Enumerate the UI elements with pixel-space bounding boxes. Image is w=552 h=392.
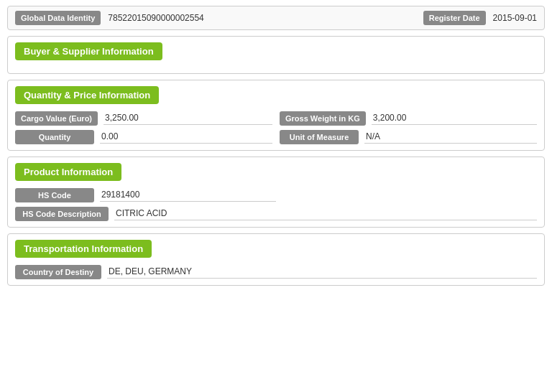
hs-code-desc-label: HS Code Description <box>15 207 109 221</box>
gross-weight-value: 3,200.00 <box>372 113 537 125</box>
register-date-label: Register Date <box>423 11 486 25</box>
cargo-value-value: 3,250.00 <box>104 113 272 125</box>
quantity-group: Quantity 0.00 <box>15 130 272 144</box>
quantity-price-header: Quantity & Price Information <box>15 86 159 104</box>
gross-weight-label: Gross Weight in KG <box>280 111 366 126</box>
country-of-destiny-group: Country of Destiny DE, DEU, GERMANY <box>15 265 537 279</box>
top-bar: Global Data Identity 7852201509000000255… <box>7 6 545 30</box>
product-header: Product Information <box>15 163 121 181</box>
transportation-section: Transportation Information Country of De… <box>7 233 545 286</box>
cargo-value-label: Cargo Value (Euro) <box>15 111 98 126</box>
buyer-supplier-header: Buyer & Supplier Information <box>15 42 162 60</box>
country-of-destiny-label: Country of Destiny <box>15 265 101 279</box>
quantity-value: 0.00 <box>100 131 272 144</box>
global-data-label: Global Data Identity <box>15 11 101 25</box>
quantity-price-row-2: Quantity 0.00 Unit of Measure N/A <box>15 130 537 144</box>
product-section: Product Information HS Code 29181400 HS … <box>7 157 545 228</box>
hs-code-label: HS Code <box>15 188 94 202</box>
quantity-label: Quantity <box>15 130 94 144</box>
quantity-price-row-1: Cargo Value (Euro) 3,250.00 Gross Weight… <box>15 111 537 126</box>
global-data-value: 78522015090000002554 <box>108 13 423 23</box>
unit-of-measure-label: Unit of Measure <box>280 130 359 144</box>
quantity-price-section: Quantity & Price Information Cargo Value… <box>7 80 545 151</box>
cargo-value-group: Cargo Value (Euro) 3,250.00 <box>15 111 272 126</box>
unit-of-measure-value: N/A <box>364 131 537 144</box>
product-row-2: HS Code Description CITRIC ACID <box>15 207 537 221</box>
transportation-header: Transportation Information <box>15 240 152 258</box>
transportation-row-1: Country of Destiny DE, DEU, GERMANY <box>15 265 537 279</box>
unit-of-measure-group: Unit of Measure N/A <box>280 130 537 144</box>
hs-code-desc-value: CITRIC ACID <box>114 208 537 220</box>
hs-code-group: HS Code 29181400 <box>15 188 276 202</box>
page-container: Global Data Identity 7852201509000000255… <box>0 0 552 297</box>
hs-code-desc-group: HS Code Description CITRIC ACID <box>15 207 537 221</box>
buyer-supplier-section: Buyer & Supplier Information <box>7 36 545 74</box>
country-of-destiny-value: DE, DEU, GERMANY <box>107 266 537 279</box>
product-row-1: HS Code 29181400 <box>15 188 537 202</box>
register-date-value: 2015-09-01 <box>493 13 537 23</box>
hs-code-value: 29181400 <box>100 190 276 202</box>
gross-weight-group: Gross Weight in KG 3,200.00 <box>280 111 537 126</box>
